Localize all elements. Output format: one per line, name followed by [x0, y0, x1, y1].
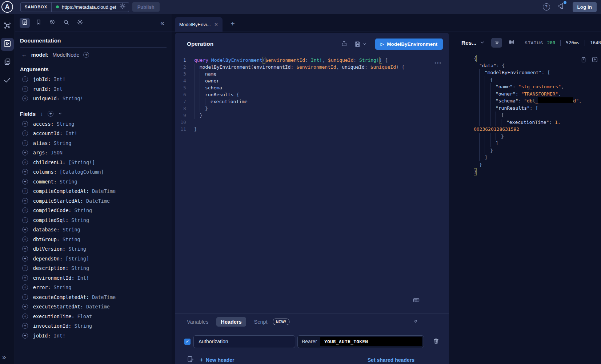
- field-type[interactable]: Int!: [77, 275, 89, 281]
- code-line[interactable]: 9}: [175, 112, 449, 119]
- field-type[interactable]: JSON: [51, 150, 63, 155]
- editor-overflow-menu-icon[interactable]: •••: [434, 60, 442, 66]
- add-field-icon[interactable]: +: [22, 150, 28, 155]
- field-name[interactable]: childrenL1:: [33, 159, 65, 165]
- field-type[interactable]: String: [74, 207, 92, 213]
- back-arrow-icon[interactable]: ←: [21, 52, 27, 58]
- new-tab-button[interactable]: +: [231, 20, 235, 28]
- save-operation-icon[interactable]: [354, 41, 366, 48]
- close-tab-icon[interactable]: ✕: [214, 22, 218, 27]
- field-name[interactable]: columns:: [33, 169, 57, 175]
- sidebar-item-collections[interactable]: [1, 56, 14, 69]
- collapse-panel-chevrons-icon[interactable]: [413, 319, 418, 325]
- field-name[interactable]: args:: [33, 150, 48, 155]
- expand-rail-chevrons-icon[interactable]: »: [2, 353, 6, 361]
- tree-view-toggle[interactable]: [491, 38, 502, 48]
- tab-model-by-environment[interactable]: ModelByEnvi... ✕: [175, 17, 223, 32]
- code-line[interactable]: 8}: [175, 105, 449, 112]
- docs-tab-search[interactable]: [61, 18, 71, 28]
- docs-tab-history[interactable]: [47, 18, 57, 28]
- share-operation-icon[interactable]: [341, 40, 348, 48]
- field-name[interactable]: environmentId:: [33, 275, 75, 281]
- field-type[interactable]: DateTime: [92, 188, 116, 194]
- help-icon[interactable]: ?: [543, 3, 550, 11]
- docs-tab-documentation[interactable]: [20, 18, 30, 28]
- field-name[interactable]: description:: [33, 265, 69, 271]
- query-editor[interactable]: 1query ModelByEnvironment($environmentId…: [175, 55, 449, 313]
- add-field-icon[interactable]: +: [22, 236, 28, 242]
- field-name[interactable]: compileStartedAt:: [33, 198, 83, 204]
- code-line[interactable]: 1query ModelByEnvironment($environmentId…: [175, 57, 449, 64]
- field-name[interactable]: comment:: [33, 179, 57, 185]
- copy-response-icon[interactable]: [580, 56, 587, 64]
- add-field-icon[interactable]: +: [22, 294, 28, 300]
- add-field-icon[interactable]: +: [22, 256, 28, 262]
- code-line[interactable]: 10: [175, 119, 449, 126]
- docs-tab-settings[interactable]: [75, 18, 85, 28]
- endpoint-url-box[interactable]: https://metadata.cloud.get: [52, 3, 129, 11]
- sidebar-item-checklist[interactable]: [1, 74, 14, 87]
- add-field-icon[interactable]: +: [22, 188, 28, 194]
- add-field-icon[interactable]: +: [22, 314, 28, 319]
- add-field-icon[interactable]: +: [22, 86, 28, 92]
- field-type[interactable]: String: [71, 265, 89, 271]
- field-name[interactable]: dependsOn:: [33, 256, 63, 262]
- run-operation-button[interactable]: ▷ ModelByEnvironment: [375, 39, 443, 50]
- field-name[interactable]: alias:: [33, 140, 51, 146]
- field-name[interactable]: invocationId:: [33, 323, 72, 329]
- add-field-icon[interactable]: +: [22, 246, 28, 252]
- add-field-icon[interactable]: +: [22, 96, 28, 101]
- add-all-fields-icon[interactable]: +: [48, 111, 53, 117]
- header-key-input[interactable]: [193, 335, 295, 348]
- add-field-icon[interactable]: +: [22, 121, 28, 127]
- add-to-query-icon[interactable]: +: [83, 52, 89, 58]
- field-name[interactable]: dbtGroup:: [33, 236, 60, 242]
- field-type[interactable]: Int!: [65, 130, 77, 136]
- field-type[interactable]: DateTime: [86, 304, 110, 310]
- sidebar-item-explorer[interactable]: [1, 38, 14, 51]
- field-name[interactable]: compiledSql:: [33, 217, 69, 223]
- field-type[interactable]: String: [57, 121, 75, 127]
- sort-fields-icon[interactable]: ↓: [40, 111, 43, 117]
- docs-tab-saved[interactable]: [33, 18, 44, 28]
- code-line[interactable]: 5schema: [175, 84, 449, 91]
- code-line[interactable]: 11}: [175, 126, 449, 133]
- breadcrumb-type-link[interactable]: ModelNode: [52, 52, 79, 58]
- add-field-icon[interactable]: +: [22, 130, 28, 136]
- add-field-icon[interactable]: +: [22, 207, 28, 213]
- field-name[interactable]: compileCompletedAt:: [33, 188, 89, 194]
- field-type[interactable]: String: [63, 227, 80, 232]
- chevron-down-icon[interactable]: [58, 111, 62, 117]
- field-type[interactable]: String: [63, 236, 80, 242]
- field-type[interactable]: String: [68, 246, 86, 252]
- login-button[interactable]: Log in: [573, 2, 597, 12]
- field-type[interactable]: DateTime: [92, 294, 116, 300]
- header-enabled-checkbox[interactable]: ✓: [184, 339, 191, 345]
- code-line[interactable]: 3name: [175, 70, 449, 77]
- field-type[interactable]: String: [74, 323, 92, 329]
- field-type[interactable]: String: [54, 284, 72, 290]
- response-json-viewer[interactable]: {"data": {"modelByEnvironment": [{"name"…: [461, 55, 601, 364]
- add-field-icon[interactable]: +: [22, 217, 28, 223]
- field-type[interactable]: Int: [54, 86, 63, 92]
- field-type[interactable]: String: [71, 217, 89, 223]
- field-name[interactable]: dbtVersion:: [33, 246, 65, 252]
- field-name[interactable]: compiledCode:: [33, 207, 72, 213]
- announcements-button[interactable]: [557, 2, 565, 12]
- field-type[interactable]: [String]: [65, 256, 89, 262]
- edit-as-text-icon[interactable]: [187, 356, 194, 364]
- field-type[interactable]: Float: [77, 314, 92, 319]
- set-shared-headers-link[interactable]: Set shared headers: [368, 357, 414, 363]
- field-name[interactable]: jobId:: [33, 333, 51, 339]
- response-dropdown-chevron-icon[interactable]: [480, 40, 485, 46]
- endpoint-url[interactable]: https://metadata.cloud.get: [62, 4, 116, 10]
- field-name[interactable]: executionTime:: [33, 314, 75, 319]
- add-field-icon[interactable]: +: [22, 304, 28, 310]
- add-field-icon[interactable]: +: [22, 169, 28, 175]
- tab-variables[interactable]: Variables: [187, 319, 208, 325]
- sidebar-item-schema[interactable]: [1, 20, 14, 33]
- code-line[interactable]: 2modelByEnvironment(environmentId: $envi…: [175, 64, 449, 70]
- add-field-icon[interactable]: +: [22, 159, 28, 165]
- add-field-icon[interactable]: +: [22, 333, 28, 339]
- field-name[interactable]: jobId:: [33, 76, 51, 82]
